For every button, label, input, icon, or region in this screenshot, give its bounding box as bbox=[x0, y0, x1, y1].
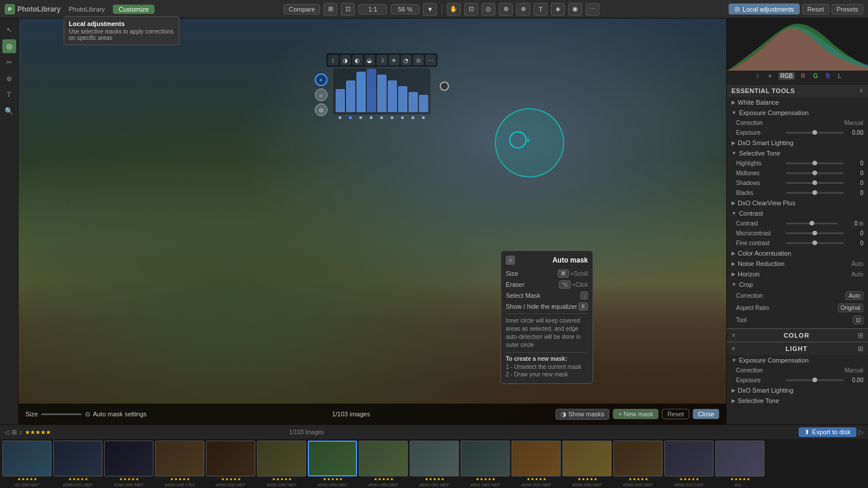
crop-tool-btn[interactable]: ⊡ bbox=[464, 3, 478, 16]
fs-left-nav[interactable]: ◁ bbox=[5, 428, 9, 436]
eq-dot-2[interactable] bbox=[349, 116, 352, 119]
close-mask-btn[interactable]: Close bbox=[693, 409, 719, 419]
filmstrip-thumb-12[interactable]: ★★★★★ d568-005.NEF bbox=[613, 441, 663, 487]
filmstrip-thumb-13[interactable]: ★★★★★ d568-023.NEF bbox=[664, 441, 713, 487]
eq-bar-8[interactable] bbox=[409, 92, 418, 112]
hist-sun-btn[interactable]: ☀ bbox=[765, 72, 775, 80]
repair-tool-btn[interactable]: ⊗ bbox=[516, 3, 530, 16]
color-accent-row[interactable]: ▶ Color Accentuation bbox=[727, 248, 868, 258]
filmstrip-thumb-3[interactable]: ★★★★★ d423-106.CR2 bbox=[155, 441, 204, 487]
lc-target-btn[interactable]: ☼ bbox=[315, 88, 328, 101]
light-section-expand[interactable]: ⊞ bbox=[858, 345, 863, 353]
tool-select[interactable]: ↖ bbox=[2, 23, 16, 37]
light-section-close[interactable]: × bbox=[731, 345, 735, 353]
crop-tool-value[interactable]: ⊡ bbox=[853, 316, 863, 324]
smart-lighting-row[interactable]: ▶ DxO Smart Lighting bbox=[727, 138, 868, 148]
selective-tone-row[interactable]: ▼ Selective Tone bbox=[727, 148, 868, 158]
white-balance-row[interactable]: ▶ White Balance bbox=[727, 97, 868, 108]
filmstrip-thumb-6[interactable]: ★★★★★ d541-059.NEF bbox=[308, 441, 357, 487]
finecontrast-slider[interactable] bbox=[786, 242, 844, 244]
tool-mask[interactable]: ◎ bbox=[2, 39, 16, 53]
eq-bar-4[interactable] bbox=[367, 69, 376, 112]
tool-redeye[interactable]: ⊕ bbox=[2, 72, 16, 86]
eq-tool-4[interactable]: ◒ bbox=[365, 55, 375, 65]
filmstrip-thumb-2[interactable]: ★★★★★ d390-050.NEF bbox=[104, 441, 153, 487]
hist-rgb-btn[interactable]: RGB bbox=[778, 72, 796, 80]
tool-text[interactable]: T bbox=[2, 88, 16, 102]
light-sl-row[interactable]: ▶ DxO Smart Lighting bbox=[727, 385, 868, 395]
filmstrip-thumb-8[interactable]: ★★★★★ d541-061.NEF bbox=[410, 441, 459, 487]
color-section-expand[interactable]: ⊞ bbox=[858, 331, 863, 339]
fs-right-nav[interactable]: ▷ bbox=[859, 428, 863, 436]
compare-button[interactable]: Compare bbox=[284, 4, 320, 14]
filmstrip-thumb-1[interactable]: ★★★★★ d386-021.NEF bbox=[53, 441, 102, 487]
contrast-slider[interactable] bbox=[786, 223, 838, 224]
amp-close-btn[interactable]: × bbox=[506, 256, 515, 265]
filmstrip-thumb-7[interactable]: ★★★★★ d541-060.NEF bbox=[359, 441, 408, 487]
tool-zoom[interactable]: 🔍 bbox=[2, 104, 16, 118]
blacks-slider[interactable] bbox=[786, 192, 844, 194]
eq-dot-1[interactable] bbox=[339, 116, 341, 119]
eq-tool-2[interactable]: ◑ bbox=[340, 55, 351, 65]
color-ec-row[interactable]: ▼ Exposure Compensation bbox=[727, 355, 868, 365]
new-mask-btn[interactable]: + New mask bbox=[613, 409, 659, 419]
eq-dot-8[interactable] bbox=[411, 116, 414, 119]
library-tab[interactable]: PhotoLibrary bbox=[63, 5, 111, 14]
exposure-comp-row[interactable]: ▼ Exposure Compensation bbox=[727, 108, 868, 118]
filmstrip-thumb-4[interactable]: ★★★★★ d492-028.NEF bbox=[206, 441, 255, 487]
more-tool-btn[interactable]: ⋯ bbox=[586, 3, 599, 16]
contrast-section[interactable]: ▼ Contrast bbox=[727, 208, 868, 219]
eq-dot-3[interactable] bbox=[359, 116, 362, 119]
color-section-close[interactable]: × bbox=[731, 331, 735, 339]
eq-bar-9[interactable] bbox=[419, 95, 428, 112]
local-adjustments-button[interactable]: ◎ Local adjustments bbox=[729, 3, 800, 14]
filmstrip-thumb-0[interactable]: ★★★★★ d3-286.NEF bbox=[2, 441, 52, 487]
highlights-slider[interactable] bbox=[786, 162, 844, 164]
eq-dot-6[interactable] bbox=[391, 116, 393, 119]
fs-filter-btn[interactable]: ⊞ bbox=[12, 428, 17, 436]
view-mode-btn[interactable]: ⊞ bbox=[323, 3, 337, 16]
hist-moon-btn[interactable]: ☽ bbox=[752, 72, 762, 80]
crop-correction-value[interactable]: Auto bbox=[845, 291, 863, 300]
eq-tool-1[interactable]: ↕ bbox=[328, 55, 339, 65]
color-exposure-slider[interactable] bbox=[786, 379, 844, 381]
filmstrip-thumb-5[interactable]: ★★★★★ d492-030.NEF bbox=[257, 441, 306, 487]
noise-red-row[interactable]: ▶ Noise Reduction Auto bbox=[727, 258, 868, 269]
light-st-row[interactable]: ▶ Selective Tone bbox=[727, 395, 868, 406]
wb-tool-btn[interactable]: ◎ bbox=[481, 3, 495, 16]
filmstrip-thumb-9[interactable]: ★★★★★ d541-063.NEF bbox=[461, 441, 510, 487]
eq-bar-3[interactable] bbox=[356, 72, 366, 112]
hist-r-channel[interactable]: R bbox=[799, 72, 807, 80]
eq-tool-7[interactable]: ◔ bbox=[401, 55, 411, 65]
hist-l-channel[interactable]: L bbox=[836, 72, 844, 80]
eq-bar-5[interactable] bbox=[377, 75, 387, 112]
eq-bar-6[interactable] bbox=[388, 80, 397, 112]
clearview-row[interactable]: ▶ DxO ClearView Plus bbox=[727, 198, 868, 208]
lc-settings-btn[interactable]: ⊙ bbox=[315, 103, 328, 116]
filmstrip-thumb-10[interactable]: ★★★★★ d546-006.NEF bbox=[512, 441, 561, 487]
hand-tool-btn[interactable]: ✋ bbox=[447, 3, 461, 16]
auto-mask-settings-btn[interactable]: ⊙ Auto mask settings bbox=[85, 411, 146, 418]
zoom-down-btn[interactable]: ▼ bbox=[423, 3, 437, 16]
shadows-slider[interactable] bbox=[786, 182, 844, 184]
midtones-slider[interactable] bbox=[786, 172, 844, 174]
hist-b-channel[interactable]: B bbox=[823, 72, 832, 80]
eq-tool-5[interactable]: ☽ bbox=[377, 55, 387, 65]
eq-tool-3[interactable]: ◐ bbox=[352, 55, 363, 65]
essential-tools-close[interactable]: × bbox=[859, 87, 863, 95]
crop-aspect-value[interactable]: Original bbox=[838, 304, 863, 312]
presets-button[interactable]: Presets bbox=[832, 4, 863, 14]
filmstrip-thumb-11[interactable]: ★★★★★ d546-009.NEF bbox=[562, 441, 612, 487]
essential-tools-header[interactable]: ESSENTIAL TOOLS × bbox=[727, 84, 868, 97]
tool-clone[interactable]: ✂ bbox=[2, 56, 16, 69]
eq-bar-2[interactable] bbox=[346, 80, 355, 112]
horizon-row[interactable]: ▶ Horizon Auto bbox=[727, 269, 868, 279]
eye-tool-btn[interactable]: ◉ bbox=[568, 3, 582, 16]
reset-button[interactable]: Reset bbox=[802, 4, 829, 14]
exposure-slider[interactable] bbox=[786, 132, 844, 134]
eq-dot-5[interactable] bbox=[380, 116, 383, 119]
hist-g-channel[interactable]: G bbox=[811, 72, 820, 80]
mask-tool-btn[interactable]: ◈ bbox=[551, 3, 565, 16]
text-tool-btn[interactable]: T bbox=[534, 3, 547, 16]
eq-dot-4[interactable] bbox=[370, 116, 373, 119]
